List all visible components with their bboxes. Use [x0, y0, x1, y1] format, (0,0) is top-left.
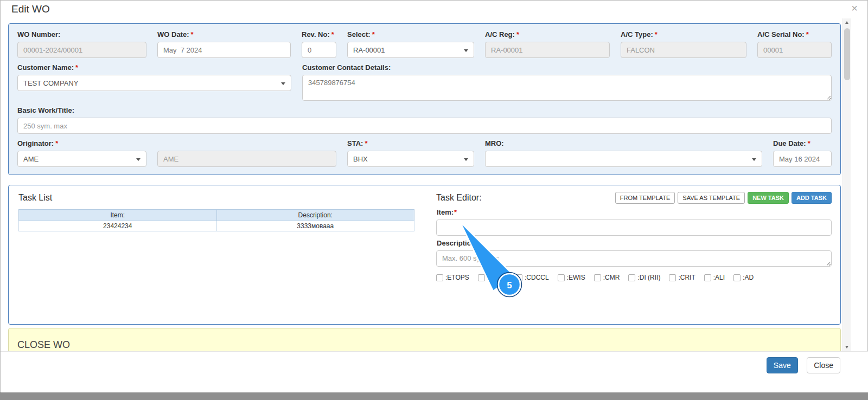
chevron-down-icon [464, 49, 468, 52]
wo-number-field: WO Number: [17, 30, 146, 58]
scrollbar-thumb[interactable] [844, 28, 850, 80]
sta-select[interactable]: BHX [347, 151, 474, 167]
label-text: A/C Reg: [485, 30, 515, 38]
required-marker: * [331, 30, 334, 38]
checkbox-etops[interactable]: :ETOPS [436, 274, 469, 281]
mro-field: MRO: [485, 139, 762, 167]
checkbox-di-rii[interactable]: :DI (RII) [628, 274, 660, 281]
required-marker: * [808, 139, 810, 147]
modal-header: Edit WO × [1, 1, 867, 18]
customer-name-label: Customer Name:* [17, 63, 291, 72]
required-marker: * [454, 208, 457, 216]
label-text: A/C Serial No: [757, 30, 805, 38]
table-row[interactable]: 23424234 3333мовааа [19, 221, 414, 231]
checkbox-label: :DI (RII) [637, 274, 660, 281]
chevron-down-icon [281, 82, 285, 85]
chevron-down-icon [464, 158, 468, 161]
close-icon[interactable]: × [851, 3, 858, 14]
customer-contact-textarea[interactable]: 345789876754 [302, 75, 832, 101]
rev-no-field: Rev. No:* [302, 30, 336, 58]
select-ac-field: Select:* RA-00001 [347, 30, 474, 58]
save-button[interactable]: Save [767, 357, 798, 373]
checkbox-ewis[interactable]: :EWIS [558, 274, 585, 281]
page-title: Edit WO [11, 3, 50, 15]
checkbox-label: :CDCCL [525, 274, 549, 281]
checkbox-cat3[interactable]: :CAT 3 [478, 274, 507, 281]
rev-no-label: Rev. No:* [302, 30, 336, 38]
customer-name-field: Customer Name:* TEST COMPANY [17, 63, 291, 101]
ac-serial-input [757, 42, 832, 58]
checkbox-ad[interactable]: :AD [733, 274, 754, 281]
close-wo-panel: CLOSE WO [8, 328, 841, 351]
save-as-template-button[interactable]: SAVE AS TEMPLATE [678, 192, 745, 204]
checkbox-icon[interactable] [478, 274, 485, 281]
ac-reg-label: A/C Reg:* [485, 30, 610, 38]
checkbox-cdccl[interactable]: :CDCCL [515, 274, 549, 281]
select-ac-label: Select:* [347, 30, 474, 38]
checkbox-ali[interactable]: :ALI [704, 274, 725, 281]
task-description-textarea[interactable] [436, 250, 832, 267]
modal-body: WO Number: WO Date:* Rev. No:* Select:* … [1, 18, 850, 351]
form-row-4: Originator:* AME STA:* BHX [17, 139, 832, 167]
task-description-cell[interactable]: 3333мовааа [216, 221, 414, 231]
checkbox-label: :CMR [603, 274, 620, 281]
checkbox-icon[interactable] [704, 274, 711, 281]
required-marker: * [372, 30, 375, 38]
checkbox-crit[interactable]: :CRIT [669, 274, 695, 281]
sta-label: STA:* [347, 139, 474, 147]
scroll-down-icon [845, 346, 848, 349]
customer-name-select[interactable]: TEST COMPANY [17, 75, 291, 91]
originator-select[interactable]: AME [17, 151, 146, 167]
form-row-1: WO Number: WO Date:* Rev. No:* Select:* … [17, 30, 832, 58]
close-button[interactable]: Close [807, 357, 840, 373]
checkbox-icon[interactable] [558, 274, 565, 281]
originator-field: Originator:* AME [17, 139, 146, 167]
checkbox-icon[interactable] [669, 274, 676, 281]
label-text: Due Date: [773, 139, 806, 147]
basic-work-field: Basic Work/Title: [17, 106, 832, 134]
required-marker: * [516, 30, 519, 38]
select-value: TEST COMPANY [23, 79, 78, 87]
scrollbar[interactable] [843, 18, 851, 351]
task-list-title: Task List [18, 193, 422, 203]
task-flags-row: :ETOPS :CAT 3 :CDCCL :EWIS :CMR :DI (RII… [436, 274, 832, 281]
checkbox-icon[interactable] [436, 274, 443, 281]
originator-name-field [157, 139, 336, 167]
due-date-field: Due Date:* [773, 139, 832, 167]
scroll-down-button[interactable] [843, 343, 851, 351]
basic-work-input[interactable] [17, 118, 832, 134]
checkbox-icon[interactable] [515, 274, 522, 281]
mro-label: MRO: [485, 139, 762, 147]
wo-date-input[interactable] [157, 42, 291, 58]
label-text: STA: [347, 139, 363, 147]
ac-serial-field: A/C Serial No:* [757, 30, 832, 58]
close-wo-title: CLOSE WO [17, 339, 832, 351]
checkbox-icon[interactable] [628, 274, 635, 281]
checkbox-icon[interactable] [594, 274, 601, 281]
select-value: BHX [353, 155, 368, 163]
add-task-button[interactable]: ADD TASK [792, 192, 832, 204]
checkbox-icon[interactable] [733, 274, 741, 281]
modal-footer: Save Close [1, 351, 868, 392]
required-marker: * [655, 30, 658, 38]
ac-serial-label: A/C Serial No:* [757, 30, 832, 38]
ac-type-label: A/C Type:* [621, 30, 746, 38]
required-marker: * [191, 30, 194, 38]
task-description-label: Description: [437, 239, 832, 247]
from-template-button[interactable]: FROM TEMPLATE [615, 192, 675, 204]
label-text: Rev. No: [302, 30, 330, 38]
scroll-up-icon [845, 21, 848, 24]
task-item-input[interactable] [436, 220, 832, 236]
select-ac-select[interactable]: RA-00001 [347, 42, 474, 58]
due-date-input[interactable] [773, 151, 832, 167]
required-marker: * [75, 63, 78, 72]
checkbox-label: :ETOPS [445, 274, 469, 281]
label-text: WO Number: [17, 30, 60, 38]
originator-label: Originator:* [17, 139, 146, 147]
task-item-cell[interactable]: 23424234 [19, 221, 217, 231]
checkbox-cmr[interactable]: :CMR [594, 274, 620, 281]
scroll-up-button[interactable] [843, 18, 851, 27]
mro-select[interactable] [485, 151, 762, 167]
new-task-button[interactable]: NEW TASK [748, 192, 789, 204]
rev-no-input[interactable] [302, 42, 336, 58]
